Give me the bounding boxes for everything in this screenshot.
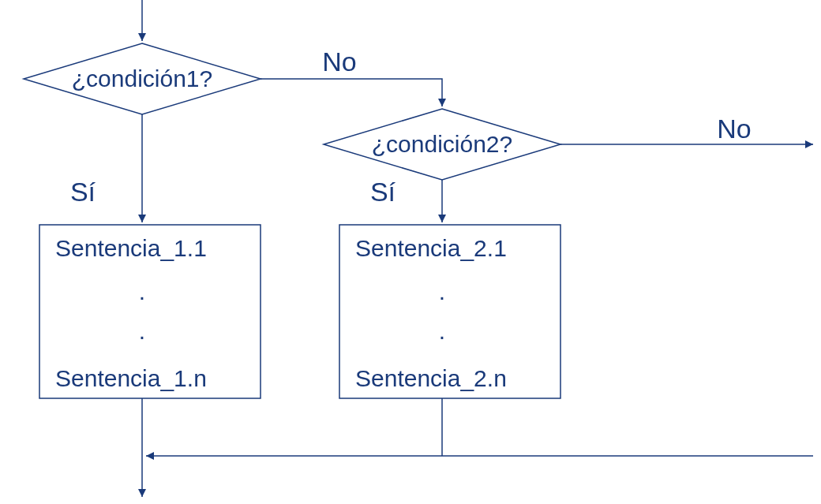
decision2: ¿condición2? — [324, 109, 560, 180]
decision1-yes-label: Sí — [70, 177, 96, 207]
decision1-text: ¿condición1? — [72, 65, 212, 91]
decision1-no-label: No — [322, 47, 356, 77]
block2-linen: Sentencia_2.n — [355, 365, 507, 391]
process-block2: Sentencia_2.1 . . Sentencia_2.n — [339, 225, 560, 398]
block2-line1: Sentencia_2.1 — [355, 235, 507, 261]
block1-line1: Sentencia_1.1 — [55, 235, 207, 261]
decision1: ¿condición1? — [24, 43, 261, 114]
process-block1: Sentencia_1.1 . . Sentencia_1.n — [39, 225, 261, 398]
flowchart-diagram: ¿condición1? No Sí ¿condición2? No Sí Se… — [0, 0, 821, 504]
decision2-text: ¿condición2? — [372, 131, 512, 157]
block2-dot2: . — [439, 318, 445, 344]
decision2-no-label: No — [717, 114, 751, 144]
decision2-yes-label: Sí — [370, 177, 396, 207]
block1-linen: Sentencia_1.n — [55, 365, 207, 391]
block2-dot1: . — [439, 278, 445, 304]
arrow-d1-no — [261, 79, 442, 106]
block1-dot2: . — [139, 318, 145, 344]
block1-dot1: . — [139, 278, 145, 304]
